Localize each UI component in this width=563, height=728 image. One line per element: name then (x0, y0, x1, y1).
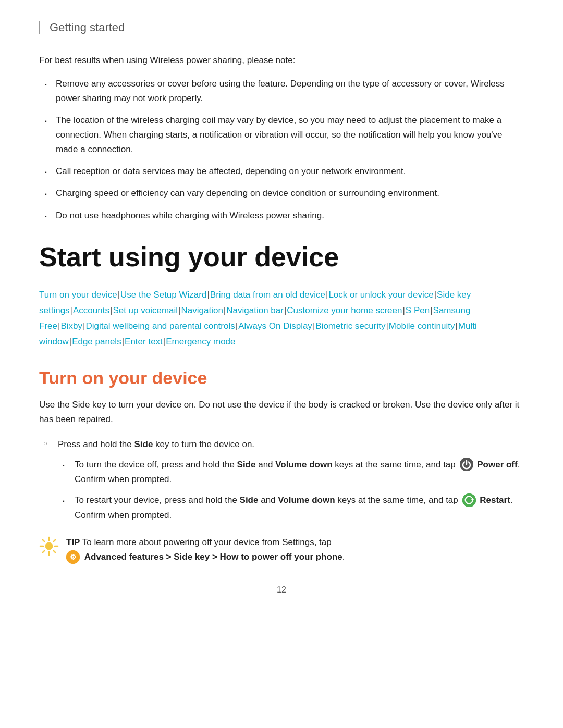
link-accounts[interactable]: Accounts (73, 305, 109, 315)
bullet-item-2: The location of the wireless charging co… (39, 113, 524, 157)
sep-3: | (326, 290, 328, 300)
body-paragraph: Use the Side key to turn your device on.… (39, 398, 524, 427)
intro-paragraph: For best results when using Wireless pow… (39, 53, 524, 67)
link-edge-panels[interactable]: Edge panels (72, 337, 121, 347)
link-biometric[interactable]: Biometric security (315, 321, 385, 331)
link-nav-bar[interactable]: Navigation bar (226, 305, 284, 315)
sub-item-restart: To restart your device, press and hold t… (58, 493, 524, 523)
sep-7: | (178, 305, 180, 315)
link-emergency-mode[interactable]: Emergency mode (166, 337, 235, 347)
bullet-item-3: Call reception or data services may be a… (39, 164, 524, 179)
sep-14: | (236, 321, 238, 331)
side-bold-1: Side (237, 460, 256, 470)
bullet-item-1: Remove any accessories or cover before u… (39, 77, 524, 106)
bullet-item-5: Do not use headphones while charging wit… (39, 208, 524, 223)
tip-content-area: TIP To learn more about powering off you… (66, 535, 345, 564)
tip-sun-icon (39, 536, 59, 556)
sep-9: | (284, 305, 286, 315)
sep-13: | (83, 321, 85, 331)
wireless-bullet-list: Remove any accessories or cover before u… (39, 77, 524, 223)
sep-18: | (69, 337, 71, 347)
sep-19: | (122, 337, 124, 347)
restart-bold: Restart (480, 495, 510, 505)
link-spen[interactable]: S Pen (406, 305, 430, 315)
page-header-title: Getting started (50, 21, 125, 34)
subsection-title: Turn on your device (39, 368, 524, 388)
sep-2: | (207, 290, 209, 300)
power-icon (460, 458, 473, 471)
vol-down-bold-1: Volume down (275, 460, 332, 470)
circle-item-1: Press and hold the Side key to turn the … (39, 437, 524, 522)
sub-item-power-off: To turn the device off, press and hold t… (58, 458, 524, 487)
link-lock-unlock[interactable]: Lock or unlock your device (328, 290, 433, 300)
restart-icon (462, 493, 476, 507)
sep-11: | (430, 305, 432, 315)
sub-dot-list: To turn the device off, press and hold t… (58, 458, 524, 523)
page-number: 12 (39, 585, 524, 595)
link-bring-data[interactable]: Bring data from an old device (210, 290, 325, 300)
sep-5: | (70, 305, 72, 315)
sep-17: | (455, 321, 457, 331)
sep-1: | (118, 290, 120, 300)
link-customize-home[interactable]: Customize your home screen (287, 305, 402, 315)
link-navigation[interactable]: Navigation (181, 305, 223, 315)
link-enter-text[interactable]: Enter text (125, 337, 163, 347)
sep-8: | (224, 305, 226, 315)
advanced-features-icon: ⚙ (66, 550, 80, 564)
svg-line-9 (53, 550, 55, 552)
tip-text-end: . (342, 552, 345, 562)
link-voicemail[interactable]: Set up voicemail (113, 305, 178, 315)
tip-bold-text: Advanced features > Side key > How to po… (84, 552, 342, 562)
svg-text:⚙: ⚙ (70, 553, 77, 561)
link-mobile-continuity[interactable]: Mobile continuity (389, 321, 455, 331)
svg-line-11 (43, 550, 45, 552)
page-header: Getting started (39, 21, 524, 34)
svg-point-3 (45, 542, 53, 550)
section-title-large: Start using your device (39, 242, 524, 273)
power-off-bold: Power off (477, 460, 517, 470)
page: Getting started For best results when us… (0, 0, 563, 728)
sep-6: | (110, 305, 112, 315)
svg-line-8 (43, 539, 45, 541)
link-bixby[interactable]: Bixby (60, 321, 82, 331)
sep-16: | (386, 321, 388, 331)
sep-12: | (58, 321, 60, 331)
sep-4: | (434, 290, 436, 300)
vol-down-bold-2: Volume down (278, 495, 335, 505)
link-digital-wellbeing[interactable]: Digital wellbeing and parental controls (85, 321, 235, 331)
svg-point-1 (462, 493, 476, 507)
sep-15: | (313, 321, 315, 331)
link-always-on[interactable]: Always On Display (238, 321, 312, 331)
links-area: Turn on your device|Use the Setup Wizard… (39, 287, 524, 349)
svg-line-10 (53, 539, 55, 541)
side-bold-2: Side (240, 495, 259, 505)
tip-label: TIP (66, 537, 80, 547)
side-key-bold: Side (134, 439, 153, 449)
circle-list: Press and hold the Side key to turn the … (39, 437, 524, 522)
link-turn-on[interactable]: Turn on your device (39, 290, 117, 300)
sep-20: | (163, 337, 165, 347)
link-setup-wizard[interactable]: Use the Setup Wizard (120, 290, 206, 300)
bullet-item-4: Charging speed or efficiency can vary de… (39, 186, 524, 201)
tip-text-before: To learn more about powering off your de… (80, 537, 331, 547)
sep-10: | (402, 305, 405, 315)
tip-box: TIP To learn more about powering off you… (39, 535, 524, 564)
